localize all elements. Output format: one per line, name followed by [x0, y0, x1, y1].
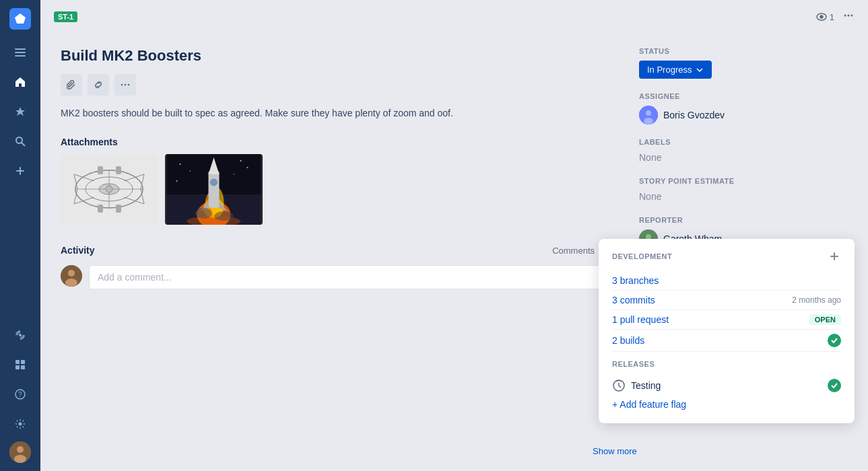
pull-request-label[interactable]: 1 pull request: [612, 314, 669, 325]
builds-check-icon: [828, 334, 841, 347]
assignee-avatar-image: [639, 106, 658, 124]
activity-label: Activity: [61, 245, 95, 256]
svg-point-24: [121, 84, 123, 86]
svg-point-64: [646, 110, 651, 116]
assignee-name: Boris Gvozdev: [663, 110, 725, 120]
status-value: In Progress: [647, 65, 692, 75]
nav-help[interactable]: ?: [8, 382, 32, 406]
nav-plus[interactable]: [8, 159, 32, 183]
commits-label[interactable]: 3 commits: [612, 295, 655, 305]
open-badge: OPEN: [809, 314, 841, 325]
svg-point-8: [19, 334, 22, 336]
svg-point-65: [644, 118, 653, 124]
svg-point-15: [19, 423, 22, 426]
watch-button[interactable]: 1: [816, 11, 834, 22]
comment-placeholder: Add a comment...: [98, 272, 172, 283]
svg-rect-33: [98, 205, 103, 213]
status-label: STATUS: [639, 47, 855, 55]
status-chevron-icon: [696, 66, 704, 74]
nav-broadcast[interactable]: [8, 323, 32, 347]
attachment-1[interactable]: [61, 154, 158, 225]
logo-icon: [13, 12, 27, 26]
dev-panel-add-button[interactable]: [828, 250, 841, 263]
svg-point-52: [180, 164, 181, 165]
comment-input[interactable]: Add a comment...: [89, 265, 605, 289]
svg-point-61: [68, 270, 75, 277]
pull-request-item: 1 pull request OPEN: [612, 310, 841, 330]
app-logo[interactable]: [9, 8, 31, 30]
builds-label[interactable]: 2 builds: [612, 335, 644, 346]
dev-panel-header: DEVELOPMENT: [612, 250, 841, 263]
svg-rect-70: [830, 256, 838, 257]
more-button[interactable]: [842, 9, 855, 25]
paperclip-icon: [67, 80, 76, 89]
svg-rect-11: [15, 365, 20, 369]
assignee-label: ASSIGNEE: [639, 92, 855, 100]
comment-box: Add a comment...: [61, 265, 605, 289]
svg-point-21: [844, 14, 846, 16]
add-feature-label: + Add feature flag: [612, 399, 686, 410]
attach-button[interactable]: [61, 74, 82, 96]
nav-hamburger[interactable]: [8, 40, 32, 65]
breadcrumb: ST-1: [54, 11, 77, 22]
commenter-avatar-image: [61, 265, 82, 287]
avatar-image: [9, 441, 31, 463]
add-icon: [829, 251, 840, 262]
left-nav: ?: [0, 0, 40, 471]
svg-point-25: [125, 84, 127, 86]
svg-rect-47: [209, 171, 220, 208]
svg-point-22: [848, 14, 850, 16]
labels-value: None: [639, 152, 661, 163]
show-more-container: Show more: [593, 441, 637, 462]
svg-point-58: [196, 208, 212, 219]
release-name: Testing: [631, 380, 822, 391]
story-points-label: STORY POINT ESTIMATE: [639, 177, 855, 185]
svg-point-37: [106, 186, 112, 192]
svg-point-53: [240, 160, 242, 161]
reporter-label: REPORTER: [639, 216, 855, 224]
issue-body: Build MK2 Boosters MK2 b: [40, 34, 626, 471]
svg-point-26: [128, 84, 130, 86]
dev-panel-title: DEVELOPMENT: [612, 252, 672, 260]
attachment-2[interactable]: [165, 154, 263, 225]
svg-point-23: [851, 14, 853, 16]
release-item: Testing: [612, 375, 841, 396]
nav-grid[interactable]: [8, 353, 32, 377]
assignee-section: ASSIGNEE Boris Gvozdev: [639, 92, 855, 124]
nav-home[interactable]: [8, 70, 32, 94]
nav-search[interactable]: [8, 129, 32, 153]
releases-label: RELEASES: [612, 360, 841, 368]
plus-icon: [15, 166, 26, 176]
nav-star[interactable]: [8, 100, 32, 124]
link-icon: [94, 80, 103, 89]
comments-filter[interactable]: Comments: [552, 246, 605, 256]
toolbar-dots-icon: [121, 80, 130, 89]
svg-point-62: [65, 279, 77, 287]
development-panel: DEVELOPMENT 3 branches 3 commits 2 month…: [599, 239, 855, 423]
svg-point-57: [247, 167, 248, 168]
commits-item: 3 commits 2 months ago: [612, 291, 841, 310]
nav-settings[interactable]: [8, 412, 32, 436]
svg-rect-1: [15, 48, 26, 50]
assignee-avatar: [639, 106, 658, 124]
user-avatar[interactable]: [9, 441, 31, 463]
more-toolbar-button[interactable]: [114, 74, 136, 96]
svg-rect-7: [16, 170, 24, 172]
svg-rect-36: [116, 166, 121, 174]
svg-rect-35: [98, 166, 103, 174]
branches-item: 3 branches: [612, 271, 841, 291]
svg-point-56: [176, 180, 178, 182]
show-more-button[interactable]: Show more: [593, 441, 637, 462]
link-button[interactable]: [88, 74, 109, 96]
branches-label[interactable]: 3 branches: [612, 275, 659, 286]
hamburger-icon: [15, 47, 26, 58]
assignee-row: Boris Gvozdev: [639, 106, 855, 124]
svg-point-51: [211, 179, 218, 186]
help-icon: ?: [15, 389, 26, 400]
status-button[interactable]: In Progress: [639, 61, 712, 79]
top-bar-right: 1: [816, 9, 855, 25]
add-feature-button[interactable]: + Add feature flag: [612, 396, 841, 412]
svg-point-20: [820, 15, 823, 18]
star-icon: [15, 106, 26, 117]
svg-point-18: [14, 455, 26, 463]
